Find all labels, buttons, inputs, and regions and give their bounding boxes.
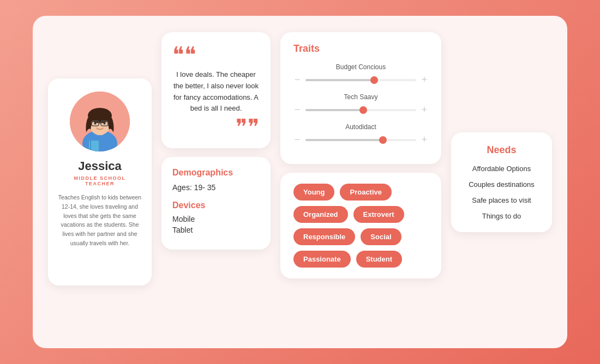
need-safe-places: Safe places to visit	[464, 196, 539, 204]
slider-minus-budget: −	[293, 74, 301, 86]
tag-organized: Organized	[293, 206, 348, 223]
profile-name: Jessica	[78, 159, 122, 173]
slider-bg-tech	[305, 109, 416, 111]
slider-plus-auto: +	[421, 134, 428, 145]
need-couples: Couples destinations	[464, 180, 539, 189]
demographics-age: Ages: 19- 35	[172, 183, 260, 192]
tags-card: Young Proactive Organized Extrovert Resp…	[280, 173, 441, 278]
trait-label-budget: Budget Concious	[293, 63, 428, 71]
profile-bio: Teaches English to kids between 12-14, s…	[57, 193, 143, 248]
need-affordable: Affordable Options	[464, 165, 539, 173]
slider-bg-auto	[305, 139, 416, 141]
traits-title: Traits	[293, 43, 428, 54]
trait-label-tech: Tech Saavy	[293, 93, 428, 101]
devices-title: Devices	[172, 201, 260, 210]
quote-text: I love deals. The cheaper the better, I …	[172, 69, 260, 114]
slider-bg-budget	[305, 79, 416, 81]
slider-minus-tech: −	[293, 104, 301, 116]
needs-card: Needs Affordable Options Couples destina…	[451, 132, 552, 232]
quote-close: ❞❞	[172, 117, 260, 138]
slider-track-auto: − +	[293, 134, 428, 145]
slider-track-tech: − +	[293, 104, 428, 116]
avatar	[70, 92, 130, 151]
quote-open: ❝❝	[172, 44, 260, 66]
tag-responsible: Responsible	[293, 228, 355, 245]
trait-label-auto: Autodidact	[293, 123, 428, 131]
svg-point-9	[104, 123, 106, 125]
demographics-title: Demographics	[172, 168, 260, 178]
tag-passionate: Passionate	[293, 251, 351, 268]
slider-plus-tech: +	[421, 104, 428, 116]
slider-fill-budget	[305, 79, 374, 81]
trait-row-tech: Tech Saavy − +	[293, 93, 428, 116]
tag-young: Young	[293, 184, 334, 201]
need-things-to-do: Things to do	[464, 212, 539, 220]
demographics-card: Demographics Ages: 19- 35 Devices Mobile…	[161, 157, 271, 250]
slider-fill-tech	[305, 109, 363, 111]
device-mobile: Mobile	[172, 215, 260, 223]
tag-proactive: Proactive	[340, 184, 392, 201]
svg-point-8	[94, 123, 97, 125]
profile-title-line2: TEACHER	[85, 181, 115, 186]
slider-track-budget: − +	[293, 74, 428, 86]
needs-title: Needs	[464, 144, 539, 156]
slider-minus-auto: −	[293, 134, 301, 145]
device-tablet: Tablet	[172, 226, 260, 234]
cards-grid: Jessica MIDDLE SCHOOL TEACHER Teaches En…	[48, 32, 552, 332]
tag-student: Student	[356, 251, 402, 268]
slider-plus-budget: +	[421, 74, 428, 86]
middle-column: ❝❝ I love deals. The cheaper the better,…	[161, 32, 271, 250]
profile-title-line1: MIDDLE SCHOOL	[74, 175, 126, 181]
main-container: Jessica MIDDLE SCHOOL TEACHER Teaches En…	[33, 16, 567, 348]
trait-row-auto: Autodidact − +	[293, 123, 428, 145]
tag-extrovert: Extrovert	[353, 206, 404, 223]
tag-social: Social	[361, 228, 401, 245]
slider-thumb-auto[interactable]	[379, 136, 387, 144]
slider-thumb-tech[interactable]	[359, 106, 367, 114]
quote-card: ❝❝ I love deals. The cheaper the better,…	[161, 32, 271, 148]
slider-fill-auto	[305, 139, 383, 141]
trait-row-budget: Budget Concious − +	[293, 63, 428, 86]
traits-tags-column: Traits Budget Concious − + Tech Saavy	[280, 32, 441, 278]
svg-rect-11	[90, 141, 91, 151]
traits-card: Traits Budget Concious − + Tech Saavy	[280, 32, 441, 164]
profile-card: Jessica MIDDLE SCHOOL TEACHER Teaches En…	[48, 78, 152, 286]
slider-thumb-budget[interactable]	[370, 76, 378, 84]
